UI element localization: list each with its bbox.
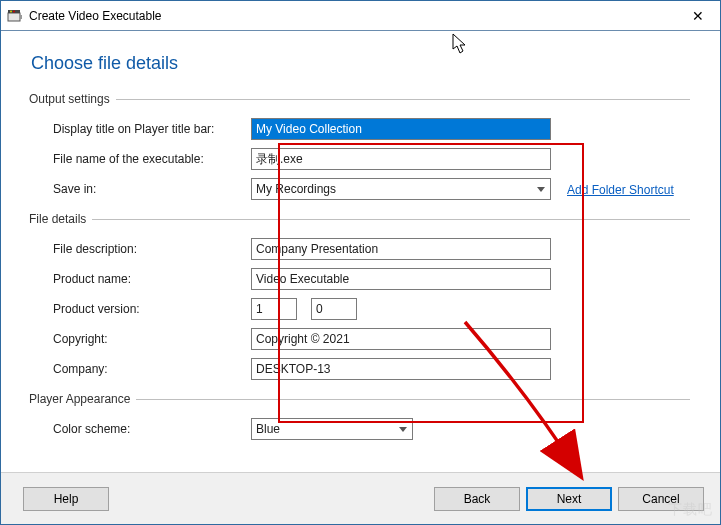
select-color-scheme[interactable]: Blue bbox=[251, 418, 413, 440]
window-title: Create Video Executable bbox=[29, 9, 162, 23]
back-button[interactable]: Back bbox=[434, 487, 520, 511]
cancel-button[interactable]: Cancel bbox=[618, 487, 704, 511]
input-copyright[interactable] bbox=[251, 328, 551, 350]
next-button[interactable]: Next bbox=[526, 487, 612, 511]
label-product-version: Product version: bbox=[31, 302, 251, 316]
svg-rect-4 bbox=[20, 15, 22, 19]
label-company: Company: bbox=[31, 362, 251, 376]
input-file-description[interactable] bbox=[251, 238, 551, 260]
input-display-title[interactable] bbox=[251, 118, 551, 140]
close-icon: ✕ bbox=[692, 8, 704, 24]
input-version-minor[interactable] bbox=[311, 298, 357, 320]
input-filename[interactable] bbox=[251, 148, 551, 170]
input-product-name[interactable] bbox=[251, 268, 551, 290]
svg-rect-0 bbox=[8, 13, 20, 21]
app-icon bbox=[7, 8, 23, 24]
label-product-name: Product name: bbox=[31, 272, 251, 286]
link-add-folder-shortcut[interactable]: Add Folder Shortcut bbox=[567, 183, 674, 197]
select-save-in[interactable]: My Recordings bbox=[251, 178, 551, 200]
help-button[interactable]: Help bbox=[23, 487, 109, 511]
group-output-settings: Output settings Display title on Player … bbox=[31, 92, 690, 208]
page-title: Choose file details bbox=[31, 53, 690, 74]
group-output-legend: Output settings bbox=[29, 92, 116, 106]
close-button[interactable]: ✕ bbox=[676, 1, 720, 31]
label-save-in: Save in: bbox=[31, 182, 251, 196]
group-filedetails-legend: File details bbox=[29, 212, 92, 226]
titlebar: Create Video Executable ✕ bbox=[1, 1, 720, 31]
input-company[interactable] bbox=[251, 358, 551, 380]
label-file-description: File description: bbox=[31, 242, 251, 256]
group-appearance-legend: Player Appearance bbox=[29, 392, 136, 406]
label-color-scheme: Color scheme: bbox=[31, 422, 251, 436]
group-player-appearance: Player Appearance Color scheme: Blue bbox=[31, 392, 690, 448]
input-version-major[interactable] bbox=[251, 298, 297, 320]
svg-point-3 bbox=[13, 10, 15, 12]
footer: Help Back Next Cancel bbox=[1, 472, 720, 524]
label-filename: File name of the executable: bbox=[31, 152, 251, 166]
svg-point-2 bbox=[10, 10, 12, 12]
group-file-details: File details File description: Product n… bbox=[31, 212, 690, 388]
label-copyright: Copyright: bbox=[31, 332, 251, 346]
label-display-title: Display title on Player title bar: bbox=[31, 122, 251, 136]
